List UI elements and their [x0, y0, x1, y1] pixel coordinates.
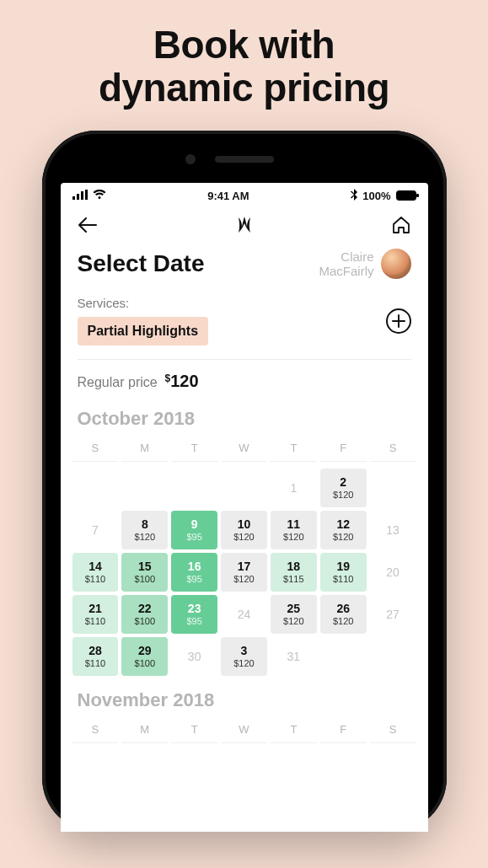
calendar-day-disabled: 13	[370, 511, 416, 549]
title-bar: Select Date Claire MacFairly	[61, 240, 428, 284]
calendar-day[interactable]: 11$120	[271, 511, 317, 549]
home-button[interactable]	[389, 213, 413, 237]
calendar-day[interactable]: 3$120	[221, 637, 267, 676]
calendar-day[interactable]: 15$100	[121, 553, 168, 592]
calendar-day[interactable]: 2$120	[320, 469, 367, 507]
price-amount: 120	[170, 372, 198, 390]
calendar-day-disabled: 7	[72, 511, 119, 549]
svg-rect-2	[81, 191, 83, 200]
weekday-label: T	[271, 720, 317, 743]
calendar-day-disabled: 31	[271, 637, 317, 676]
calendar-day[interactable]: 21$110	[72, 595, 119, 634]
app-screen: 9:41 AM 100% Select Date	[61, 183, 428, 832]
calendar-day[interactable]: 26$120	[320, 595, 367, 634]
status-bar: 9:41 AM 100%	[61, 183, 428, 208]
calendar-empty	[121, 469, 168, 507]
add-service-button[interactable]	[386, 308, 411, 334]
month-heading-nov: November 2018	[61, 678, 428, 715]
nav-bar	[61, 208, 428, 240]
services-label: Services:	[78, 296, 130, 310]
calendar-day-disabled: 20	[370, 553, 416, 592]
phone-camera	[185, 154, 196, 164]
calendar-empty	[171, 469, 217, 507]
weekday-label: M	[121, 720, 168, 743]
weekday-label: F	[320, 438, 367, 462]
weekday-label: S	[370, 720, 416, 743]
bluetooth-icon	[351, 189, 357, 203]
calendar-day[interactable]: 12$120	[320, 511, 367, 549]
avatar	[381, 249, 411, 279]
calendar-empty	[370, 469, 416, 507]
calendar-day-disabled: 27	[370, 595, 416, 634]
battery-icon	[396, 190, 416, 201]
calendar-day[interactable]: 25$120	[271, 595, 317, 634]
phone-frame: 9:41 AM 100% Select Date	[42, 131, 447, 832]
calendar-day[interactable]: 16$95	[171, 553, 217, 592]
weekday-label: F	[320, 720, 367, 743]
phone-speaker	[215, 156, 274, 163]
calendar-day-disabled: 24	[221, 595, 267, 634]
wifi-icon	[93, 190, 106, 202]
calendar-day[interactable]: 10$120	[221, 511, 267, 549]
calendar-day[interactable]: 14$110	[72, 553, 119, 592]
weekday-label: S	[72, 438, 119, 462]
regular-price: Regular price $120	[61, 360, 428, 396]
calendar-day[interactable]: 18$115	[271, 553, 317, 592]
promo-line1: Book with	[153, 23, 335, 67]
service-chip[interactable]: Partial Highlights	[78, 317, 209, 346]
calendar-day[interactable]: 29$100	[121, 637, 168, 676]
app-logo-icon	[233, 213, 256, 237]
weekday-label: S	[370, 438, 416, 462]
cell-signal-icon	[72, 190, 88, 202]
calendar-empty	[370, 637, 416, 676]
services-row: Services: Partial Highlights	[61, 284, 428, 356]
calendar-empty	[72, 469, 119, 507]
calendar-empty	[221, 469, 267, 507]
weekday-label: S	[72, 720, 119, 743]
calendar-day[interactable]: 22$100	[121, 595, 168, 634]
svg-rect-0	[72, 196, 75, 200]
calendar-day[interactable]: 8$120	[121, 511, 168, 549]
calendar-day[interactable]: 19$110	[320, 553, 367, 592]
user-lastname: MacFairly	[319, 264, 373, 278]
clock: 9:41 AM	[207, 190, 249, 202]
battery-pct: 100%	[362, 190, 390, 202]
promo-line2: dynamic pricing	[99, 66, 389, 110]
page-title: Select Date	[78, 250, 205, 277]
calendar-day[interactable]: 9$95	[171, 511, 217, 549]
weekday-label: T	[271, 438, 317, 462]
calendar-empty	[320, 637, 367, 676]
back-button[interactable]	[76, 213, 99, 237]
calendar-day[interactable]: 17$120	[221, 553, 267, 592]
calendar-grid-oct: 12$12078$1209$9510$12011$12012$1201314$1…	[61, 463, 428, 678]
user-firstname: Claire	[341, 249, 373, 264]
calendar-day[interactable]: 28$110	[72, 637, 119, 676]
calendar-day[interactable]: 23$95	[171, 595, 217, 634]
user-badge[interactable]: Claire MacFairly	[319, 249, 410, 279]
weekday-label: M	[121, 438, 168, 462]
promo-headline: Book with dynamic pricing	[0, 0, 488, 115]
svg-rect-1	[77, 194, 79, 200]
month-heading-oct: October 2018	[61, 396, 428, 433]
weekday-header: SMTWTFS	[61, 433, 428, 463]
weekday-header-nov: SMTWTFS	[61, 715, 428, 745]
weekday-label: T	[171, 438, 217, 462]
calendar-day-disabled: 30	[171, 637, 217, 676]
calendar-day-disabled: 1	[271, 469, 317, 507]
weekday-label: T	[171, 720, 217, 743]
svg-rect-3	[85, 190, 88, 200]
price-label: Regular price	[78, 375, 158, 389]
weekday-label: W	[221, 438, 267, 462]
weekday-label: W	[221, 720, 267, 743]
